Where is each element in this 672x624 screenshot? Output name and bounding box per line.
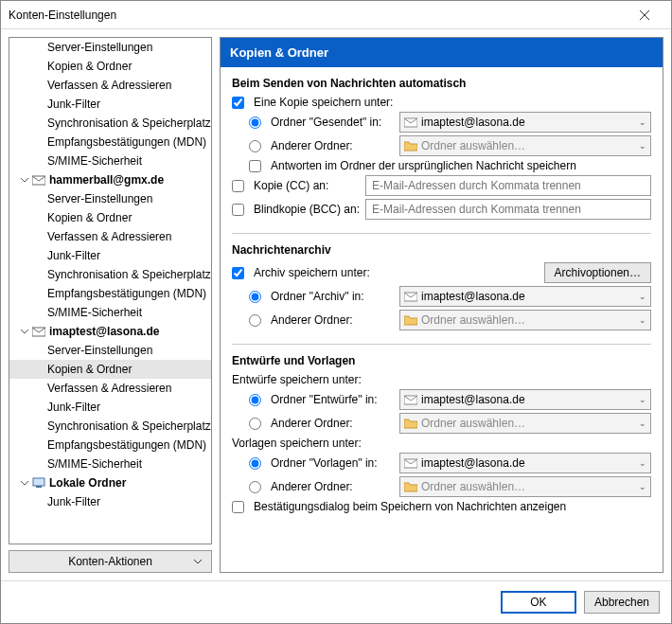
tree-item[interactable]: S/MIME-Sicherheit [9,455,211,473]
tree-item[interactable]: Lokale Ordner [9,473,211,492]
templates-other-label[interactable]: Anderer Ordner: [271,480,394,493]
account-actions-button[interactable]: Konten-Aktionen [9,550,212,573]
tree-item[interactable]: Kopien & Ordner [9,360,211,379]
archive-save-label[interactable]: Archiv speichern unter: [254,266,539,279]
tree-item[interactable]: Junk-Filter [9,492,211,511]
sent-folder-label[interactable]: Ordner "Gesendet" in: [271,116,394,129]
tree-item-label: Junk-Filter [47,401,100,414]
cc-input[interactable] [365,175,651,196]
bcc-label[interactable]: Blindkopie (BCC) an: [254,203,360,216]
archive-folder-radio[interactable] [249,291,261,303]
tree-item[interactable]: Verfassen & Adressieren [9,76,211,95]
drafts-other-dropdown[interactable]: Ordner auswählen… ⌄ [399,413,651,434]
bcc-checkbox[interactable] [232,204,244,216]
row-drafts-folder: Ordner "Entwürfe" in: imaptest@lasona.de… [232,389,651,410]
archive-other-label[interactable]: Anderer Ordner: [271,313,394,327]
drafts-other-radio[interactable] [249,418,261,430]
tree-item[interactable]: Verfassen & Adressieren [9,379,211,398]
templates-folder-label[interactable]: Ordner "Vorlagen" in: [271,456,394,470]
tree-item[interactable]: Kopien & Ordner [9,208,211,227]
bcc-input[interactable] [365,199,651,220]
cancel-label: Abbrechen [594,596,649,609]
row-cc: Kopie (CC) an: [232,175,651,196]
tree-item[interactable]: Empfangsbestätigungen (MDN) [9,436,211,455]
templates-other-radio[interactable] [249,481,261,493]
templates-save-label: Vorlagen speichern unter: [232,437,362,450]
tree-item-label: Verfassen & Adressieren [47,382,171,395]
archive-other-dropdown[interactable]: Ordner auswählen… ⌄ [399,310,651,330]
tree-item[interactable]: Empfangsbestätigungen (MDN) [9,133,211,152]
tree-item[interactable]: Synchronisation & Speicherplatz [9,417,211,436]
local-folders-icon [32,477,45,489]
tree-item-label: hammerball@gmx.de [49,173,164,187]
expand-icon[interactable] [21,328,32,335]
tree-item[interactable]: S/MIME-Sicherheit [9,152,211,170]
tree-item[interactable]: Junk-Filter [9,246,211,265]
archive-save-checkbox[interactable] [232,267,244,279]
cancel-button[interactable]: Abbrechen [584,591,660,614]
tree-item[interactable]: Synchronisation & Speicherplatz [9,265,211,284]
tree-item[interactable]: imaptest@lasona.de [9,322,211,341]
drafts-folder-dropdown[interactable]: imaptest@lasona.de ⌄ [399,389,651,410]
save-copy-label[interactable]: Eine Kopie speichern unter: [254,96,393,109]
templates-other-dropdown[interactable]: Ordner auswählen… ⌄ [399,476,651,497]
expand-icon[interactable] [21,176,32,184]
drafts-folder-radio[interactable] [249,394,261,406]
row-templates-save: Vorlagen speichern unter: [232,437,651,450]
drafts-folder-label[interactable]: Ordner "Entwürfe" in: [271,393,394,406]
ok-label: OK [530,596,546,609]
sent-folder-value: imaptest@lasona.de [421,116,639,129]
archive-folder-value: imaptest@lasona.de [421,290,639,303]
tree-item-label: Junk-Filter [47,495,100,508]
templates-folder-radio[interactable] [249,457,261,470]
panel-body: Beim Senden von Nachrichten automatisch … [221,67,663,572]
drafts-other-label[interactable]: Anderer Ordner: [271,417,394,430]
tree-item[interactable]: Junk-Filter [9,95,211,114]
archive-options-button[interactable]: Archivoptionen… [544,262,651,283]
tree-item[interactable]: hammerball@gmx.de [9,170,211,189]
tree-item-label: Empfangsbestätigungen (MDN) [47,438,206,452]
expand-icon[interactable] [21,479,32,487]
account-tree[interactable]: Server-EinstellungenKopien & OrdnerVerfa… [9,38,211,544]
mailbox-icon [404,291,417,302]
archive-folder-dropdown[interactable]: imaptest@lasona.de ⌄ [399,286,651,307]
tree-item[interactable]: Junk-Filter [9,398,211,417]
chevron-down-icon: ⌄ [639,395,646,404]
tree-item-label: Junk-Filter [47,98,100,111]
sent-other-dropdown[interactable]: Ordner auswählen… ⌄ [399,135,651,156]
replies-orig-label[interactable]: Antworten im Ordner der ursprünglichen N… [271,159,576,172]
tree-item[interactable]: Server-Einstellungen [9,189,211,208]
row-archive-save: Archiv speichern unter: Archivoptionen… [232,262,651,283]
confirm-save-label[interactable]: Bestätigungsdialog beim Speichern von Na… [254,500,566,513]
ok-button[interactable]: OK [501,591,576,614]
sent-other-placeholder: Ordner auswählen… [421,139,639,152]
cc-label[interactable]: Kopie (CC) an: [254,179,360,192]
tree-item[interactable]: Server-Einstellungen [9,38,211,57]
cc-checkbox[interactable] [232,180,244,192]
dialog-footer: OK Abbrechen [1,580,671,623]
tree-item[interactable]: Verfassen & Adressieren [9,227,211,246]
templates-folder-dropdown[interactable]: imaptest@lasona.de ⌄ [399,453,651,473]
save-copy-checkbox[interactable] [232,97,244,109]
templates-other-placeholder: Ordner auswählen… [421,480,639,493]
tree-item[interactable]: Empfangsbestätigungen (MDN) [9,284,211,303]
sent-other-radio[interactable] [249,140,261,152]
folder-icon [404,314,417,326]
tree-item[interactable]: S/MIME-Sicherheit [9,303,211,322]
confirm-save-checkbox[interactable] [232,501,244,513]
tree-item[interactable]: Server-Einstellungen [9,341,211,360]
dialog-window: Konten-Einstellungen Server-Einstellunge… [0,0,672,624]
tree-item-label: Lokale Ordner [49,476,126,490]
replies-orig-checkbox[interactable] [249,160,261,172]
row-archive-other: Anderer Ordner: Ordner auswählen… ⌄ [232,310,651,330]
row-sent-folder: Ordner "Gesendet" in: imaptest@lasona.de… [232,112,651,133]
sent-folder-dropdown[interactable]: imaptest@lasona.de ⌄ [399,112,651,133]
tree-item-label: Server-Einstellungen [47,41,152,54]
close-button[interactable] [626,1,663,29]
archive-folder-label[interactable]: Ordner "Archiv" in: [271,290,394,303]
sent-other-label[interactable]: Anderer Ordner: [271,139,394,152]
tree-item[interactable]: Synchronisation & Speicherplatz [9,114,211,133]
sent-folder-radio[interactable] [249,116,261,129]
archive-other-radio[interactable] [249,314,261,327]
tree-item[interactable]: Kopien & Ordner [9,57,211,76]
